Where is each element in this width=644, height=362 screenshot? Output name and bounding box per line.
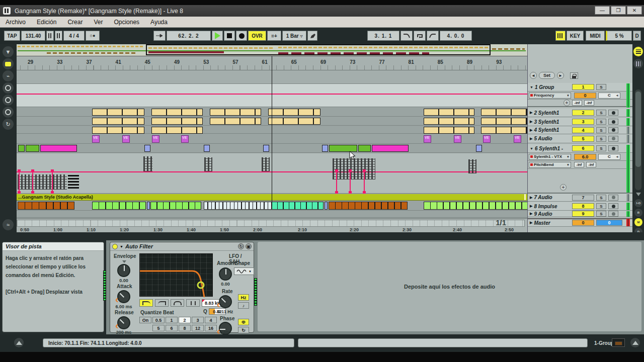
quantize-button-1[interactable]: 1 [166,317,178,323]
midi-clip[interactable] [424,118,474,125]
title-bar[interactable]: Gangnam Style (Remake)* [Gangnam Style (… [0,5,644,17]
set-locator-button[interactable]: Set [539,72,555,79]
clip[interactable] [476,145,482,152]
maximize-button[interactable]: ❐ [611,6,626,15]
track-number-box[interactable]: 2 [572,110,594,116]
file-browser-1-icon[interactable] [3,82,14,94]
tempo-field[interactable]: 131.40 [21,31,45,41]
hot-swap-icon[interactable]: ↻ [3,119,14,130]
midi-clip[interactable] [151,118,203,125]
drum-clip[interactable] [150,202,201,210]
solo-button[interactable]: S [596,119,606,125]
solo-button[interactable]: S [596,195,606,201]
track-number-box[interactable]: 8 [572,203,594,209]
drum-clip[interactable] [329,202,408,210]
play-button[interactable] [212,31,223,41]
midi-clip[interactable] [92,109,144,116]
arm-button[interactable] [608,136,618,142]
loop-length-field[interactable]: 4. 0. 0 [440,31,472,41]
file-browser-2-icon[interactable] [3,95,14,106]
midi-clip[interactable] [424,127,474,134]
menu-item-opciones[interactable]: Opciones [108,19,145,26]
device-value-box[interactable]: 6.0 [574,154,596,160]
arm-button[interactable] [608,127,618,133]
nudge-up-button[interactable] [55,31,62,41]
pan-box[interactable]: C◄ [598,154,620,160]
prev-locator-button[interactable]: ◄ [530,72,537,79]
fold-icon[interactable]: ▶ [530,120,532,124]
device-title-bar[interactable]: ▼ Auto Filter ↻ ▣ [110,242,254,251]
clip[interactable] [372,145,409,152]
quantize-button-5[interactable]: 5 [152,325,165,331]
arm-button[interactable] [608,195,618,201]
pan-box[interactable]: C◄ [598,93,620,99]
key-map-button[interactable]: KEY [567,31,584,41]
filter-curve[interactable] [140,271,204,297]
automation-breakpoint-marker[interactable] [52,170,53,193]
highpass-button[interactable] [155,299,169,307]
track-header-8[interactable]: ▶8 Impulse 8 S [528,202,633,211]
minimize-button[interactable]: — [595,6,610,15]
midi-clip[interactable] [481,118,527,125]
fold-icon[interactable]: ▶ [530,111,532,115]
clip[interactable] [26,145,39,152]
track-number-box[interactable]: 3 [572,119,594,125]
track-header-9[interactable]: ▶9 Audio 9 S [528,211,633,217]
envelope-amount-knob[interactable] [117,264,130,277]
arrangement-position-field[interactable]: 62. 2. 2 [167,31,211,41]
arrangement-view-toggle[interactable] [633,47,643,56]
drum-clip[interactable] [272,202,324,210]
automation-breakpoint-marker[interactable] [364,170,365,193]
quantize-button-3[interactable]: 3 [192,317,204,323]
io-show-toggle[interactable]: I-O [634,199,642,207]
metronome-toggle[interactable]: ○● [86,31,100,41]
attack-knob[interactable] [117,290,130,303]
quantize-button-on[interactable]: On [139,317,151,323]
track-number-box[interactable]: 9 [572,211,594,217]
save-preset-icon[interactable]: ▣ [246,243,252,249]
scrollbar-thumb[interactable] [635,92,641,167]
record-button[interactable] [236,31,247,41]
drum-clip[interactable] [204,202,272,210]
arrangement-canvas[interactable]: 2933374145495357616569737781858993 VEVEV… [17,44,527,232]
show-detail-view-button[interactable] [630,338,640,347]
midi-clip[interactable] [92,118,144,125]
follow-button[interactable] [153,31,166,41]
solo-button[interactable]: S [596,110,606,116]
fold-down-icon[interactable]: ▼ [530,147,533,150]
master-pan-box[interactable]: 0 [596,220,622,226]
fold-icon[interactable]: ▶ [530,204,532,208]
playhead[interactable] [272,56,272,206]
audio-clip-ve[interactable]: VE [181,135,189,143]
quantize-button-6[interactable]: 6 [166,325,178,331]
close-button[interactable]: ✕ [627,6,642,15]
quantize-button-12[interactable]: 12 [192,325,204,331]
quantize-button-8[interactable]: 8 [179,325,191,331]
send-a-box[interactable]: -inf [574,162,584,167]
send-b-box[interactable]: -inf [586,162,596,167]
master-track-header[interactable]: ▶Master 0 0 [528,218,633,227]
notch-button[interactable] [186,299,200,307]
drum-clip[interactable] [147,202,150,210]
track-number-box[interactable]: 4 [572,127,594,133]
hz-button[interactable]: Hz [238,294,249,301]
quantize-button-16[interactable]: 16 [205,325,217,331]
track6-device-row[interactable]: Sylenth1 - VTX▼ 6.0 C◄ [528,153,633,161]
browser-chevron-icon[interactable]: ▼ [3,46,14,57]
menu-item-edicion[interactable]: Edición [31,19,62,26]
track-header-4[interactable]: ▶4 Sylenth1 4 S [528,126,633,134]
loop-start-field[interactable]: 3. 1. 1 [367,31,399,41]
midi-clip[interactable] [268,118,320,125]
drum-clip[interactable] [325,202,328,210]
solo-button[interactable]: S [596,136,606,142]
audio-clip-ve[interactable]: VE [424,135,431,143]
fold-icon[interactable]: ▶ [530,128,532,132]
device-power-button[interactable] [112,244,118,249]
midi-clip[interactable] [481,127,527,134]
vertical-scrollbar[interactable] [635,89,641,190]
midi-clip[interactable] [210,118,261,125]
midi-clip[interactable] [151,109,203,116]
frequency-device-row[interactable]: Frequency▼ 0 C◄ [528,92,633,100]
menu-item-ver[interactable]: Ver [88,19,108,26]
audio-clip-ve[interactable]: VE [483,135,491,143]
